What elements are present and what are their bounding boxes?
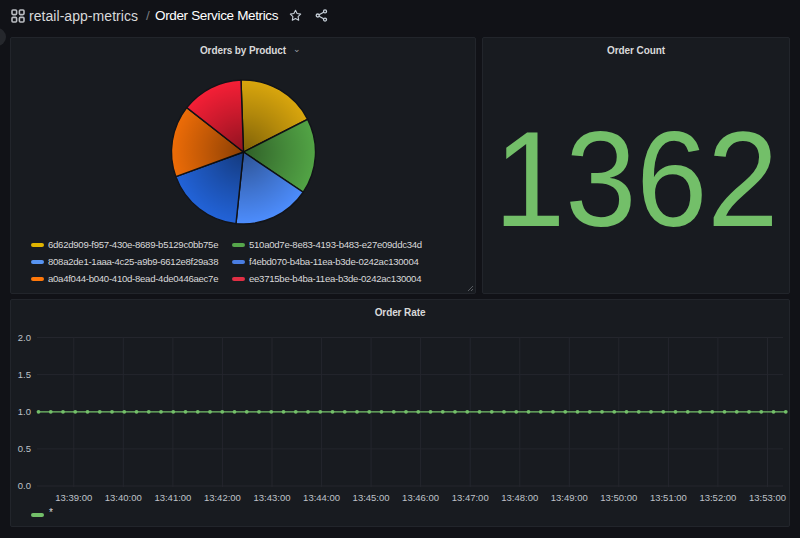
svg-text:13:53:00: 13:53:00 (749, 492, 786, 503)
svg-text:13:46:00: 13:46:00 (402, 492, 439, 503)
svg-text:0.5: 0.5 (18, 443, 31, 454)
svg-text:13:48:00: 13:48:00 (501, 492, 538, 503)
svg-text:13:41:00: 13:41:00 (154, 492, 191, 503)
svg-text:13:39:00: 13:39:00 (55, 492, 92, 503)
svg-text:13:43:00: 13:43:00 (254, 492, 291, 503)
svg-text:13:44:00: 13:44:00 (303, 492, 340, 503)
svg-text:1.0: 1.0 (18, 406, 31, 417)
svg-text:13:52:00: 13:52:00 (699, 492, 736, 503)
svg-text:13:49:00: 13:49:00 (551, 492, 588, 503)
svg-text:13:40:00: 13:40:00 (105, 492, 142, 503)
svg-text:13:42:00: 13:42:00 (204, 492, 241, 503)
svg-text:13:47:00: 13:47:00 (452, 492, 489, 503)
svg-text:1.5: 1.5 (18, 369, 31, 380)
svg-text:13:51:00: 13:51:00 (650, 492, 687, 503)
svg-text:13:45:00: 13:45:00 (353, 492, 390, 503)
svg-text:2.0: 2.0 (18, 332, 31, 343)
svg-text:13:50:00: 13:50:00 (600, 492, 637, 503)
svg-text:0.0: 0.0 (18, 480, 31, 491)
